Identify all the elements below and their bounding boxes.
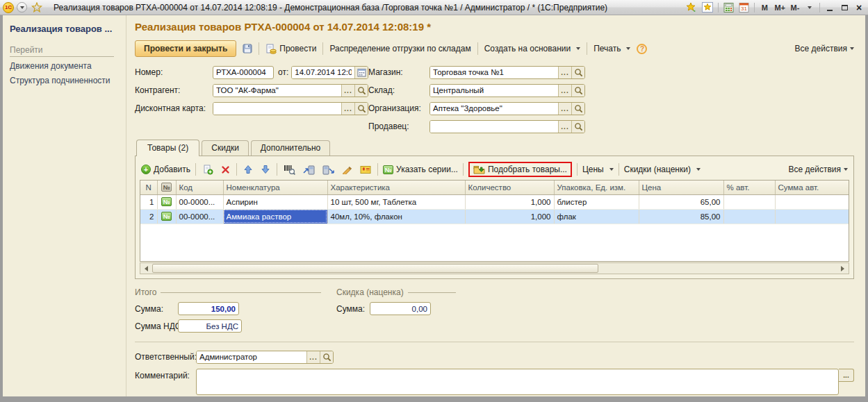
choose-button[interactable]: ...: [341, 103, 354, 115]
cell-code[interactable]: 00-0000...: [176, 194, 223, 209]
choose-button[interactable]: ...: [558, 67, 571, 78]
cell-nomenclature-active[interactable]: Аммиака раствор: [223, 209, 327, 224]
cell-pct-auto[interactable]: [723, 194, 775, 209]
open-button[interactable]: [571, 121, 584, 133]
scrollbar-thumb[interactable]: [152, 264, 598, 273]
cell-packaging[interactable]: флак: [554, 209, 639, 224]
distribute-shipment-button[interactable]: Распределение отгрузки по складам: [327, 41, 473, 56]
counterparty-input[interactable]: [213, 85, 341, 97]
svg-text:31: 31: [741, 6, 747, 12]
magnifier-icon: [574, 68, 583, 77]
vat-sum-field[interactable]: [178, 319, 242, 333]
scrollbar-track[interactable]: [598, 263, 837, 274]
choose-button[interactable]: ...: [558, 85, 571, 97]
tsd-upload-button[interactable]: [302, 164, 316, 176]
col-series: №: [157, 181, 176, 194]
main-menu-button[interactable]: [17, 2, 27, 12]
cell-n[interactable]: 2: [140, 209, 157, 224]
open-button[interactable]: [571, 67, 584, 78]
post-button[interactable]: Провести: [263, 41, 318, 56]
choose-button[interactable]: ...: [558, 121, 571, 133]
maximize-button[interactable]: [838, 1, 851, 13]
cell-quantity[interactable]: 1,000: [465, 209, 554, 224]
open-button[interactable]: [571, 103, 584, 115]
comment-field[interactable]: [196, 369, 839, 395]
calendar-picker-button[interactable]: [354, 67, 368, 78]
cell-sum-auto[interactable]: [775, 194, 849, 209]
add-row-button[interactable]: + Добавить: [141, 165, 190, 174]
barcode-search-button[interactable]: [282, 164, 297, 176]
scroll-left-button[interactable]: [140, 263, 152, 274]
create-based-on-button[interactable]: Создать на основании: [482, 41, 583, 56]
choose-button[interactable]: ...: [341, 85, 354, 97]
sidebar-link-subordination-structure[interactable]: Структура подчиненности: [10, 76, 120, 85]
tab-goods[interactable]: Товары (2): [136, 140, 199, 156]
prices-button[interactable]: Цены: [582, 165, 614, 174]
cell-series[interactable]: №: [157, 209, 176, 224]
comment-expand-button[interactable]: ...: [839, 369, 854, 382]
organization-input[interactable]: [430, 103, 558, 115]
date-input[interactable]: [292, 67, 354, 78]
calculator-icon[interactable]: [722, 1, 735, 13]
tsd-download-button[interactable]: [321, 164, 336, 176]
add-favorite-icon[interactable]: [685, 1, 698, 13]
number-field[interactable]: [213, 66, 274, 79]
separator: [619, 163, 619, 176]
cell-n[interactable]: 1: [140, 194, 157, 209]
sidebar-link-document-movements[interactable]: Движения документа: [10, 61, 120, 71]
favorites-star-icon[interactable]: [30, 1, 44, 13]
tab-discounts[interactable]: Скидки: [202, 140, 249, 156]
cell-nomenclature[interactable]: Аспирин: [223, 194, 327, 209]
cell-packaging[interactable]: блистер: [554, 194, 639, 209]
move-up-button[interactable]: [242, 164, 254, 175]
open-button[interactable]: [354, 85, 368, 97]
favorites-list-icon[interactable]: [701, 1, 714, 13]
card-tool-button[interactable]: [359, 165, 372, 175]
memory-plus-button[interactable]: M+: [773, 1, 787, 13]
table-all-actions-button[interactable]: Все действия: [789, 165, 848, 174]
cell-price[interactable]: 85,00: [639, 209, 723, 224]
magnifier-icon: [574, 86, 583, 95]
tab-additional[interactable]: Дополнительно: [251, 140, 330, 156]
open-button[interactable]: [571, 85, 584, 97]
close-button[interactable]: ×: [853, 1, 865, 13]
print-button[interactable]: Печать: [591, 41, 632, 56]
open-button[interactable]: [320, 351, 333, 363]
cell-sum-auto[interactable]: [775, 209, 849, 224]
specify-series-button[interactable]: № Указать серии...: [383, 165, 458, 174]
cell-characteristic[interactable]: 40мл, 10%, флакон: [327, 209, 465, 224]
cell-series[interactable]: №: [157, 194, 176, 209]
warehouse-input[interactable]: [430, 85, 558, 97]
open-button[interactable]: [354, 103, 368, 115]
total-sum-field[interactable]: [178, 302, 239, 315]
chevron-down-icon: [626, 47, 630, 50]
minimize-button[interactable]: [824, 1, 836, 13]
calendar-icon[interactable]: 31: [737, 1, 751, 13]
help-button[interactable]: ?: [637, 44, 647, 54]
cell-pct-auto[interactable]: [723, 209, 775, 224]
toolbar-options-chevron-icon[interactable]: [803, 1, 816, 13]
copy-row-button[interactable]: [201, 164, 215, 176]
post-and-close-button[interactable]: Провести и закрыть: [135, 40, 236, 57]
scroll-right-button[interactable]: [837, 263, 849, 274]
memory-minus-button[interactable]: M-: [789, 1, 801, 13]
cell-price[interactable]: 65,00: [639, 194, 723, 209]
all-actions-button[interactable]: Все действия: [795, 44, 854, 53]
delete-row-button[interactable]: [220, 165, 231, 175]
responsible-input[interactable]: [197, 351, 306, 363]
shop-input[interactable]: [430, 67, 558, 78]
discount-card-input[interactable]: [213, 103, 341, 115]
move-down-button[interactable]: [259, 164, 272, 175]
seller-input[interactable]: [430, 121, 558, 133]
choose-button[interactable]: ...: [558, 103, 571, 115]
pick-goods-button[interactable]: Подобрать товары...: [473, 165, 567, 174]
choose-button[interactable]: ...: [306, 351, 320, 363]
discount-sum-field[interactable]: [370, 302, 431, 315]
save-button[interactable]: [240, 42, 254, 55]
cell-characteristic[interactable]: 10 шт, 500 мг, Таблетка: [327, 194, 465, 209]
cell-quantity[interactable]: 1,000: [465, 194, 554, 209]
cell-code[interactable]: 00-0000...: [176, 209, 223, 224]
discounts-markups-button[interactable]: Скидки (наценки): [624, 165, 701, 174]
pen-tool-button[interactable]: [341, 164, 354, 175]
memory-button[interactable]: M: [758, 1, 771, 13]
